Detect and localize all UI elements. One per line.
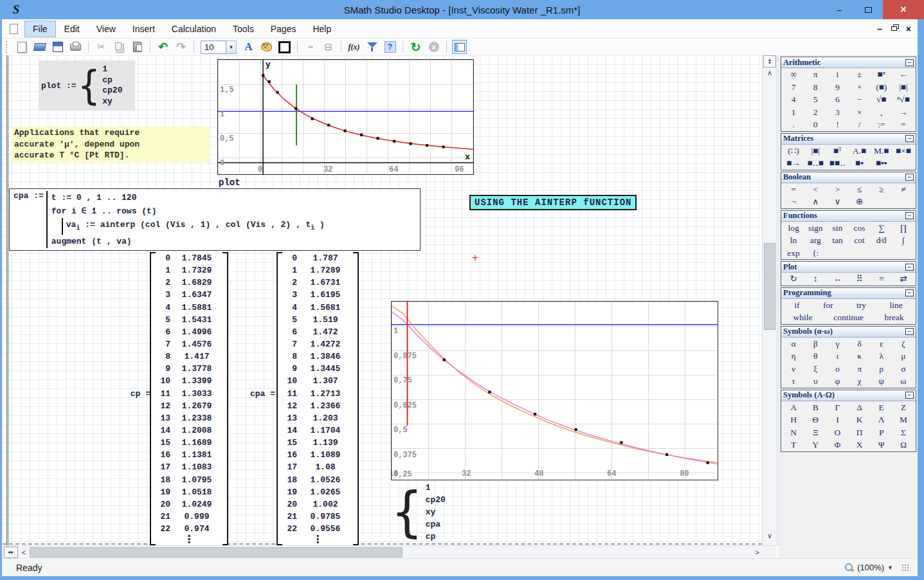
collapse-icon[interactable]: −: [905, 264, 914, 271]
palette-button[interactable]: ¬: [783, 195, 804, 208]
align-horizontal-icon[interactable]: [303, 40, 318, 54]
palette-button[interactable]: Π: [849, 426, 871, 439]
collapse-icon[interactable]: −: [905, 392, 914, 399]
palette-button[interactable]: line: [890, 299, 903, 312]
palette-button[interactable]: ⊕: [849, 195, 871, 208]
palette-button[interactable]: 6: [826, 93, 848, 106]
zoom-level[interactable]: (100%): [857, 563, 884, 572]
scroll-down-icon[interactable]: ∨: [763, 532, 777, 544]
abort-icon[interactable]: [426, 40, 441, 54]
zoom-dropdown-icon[interactable]: ▼: [887, 565, 893, 571]
palette-button[interactable]: Λ: [871, 413, 892, 426]
palette-button[interactable]: π: [804, 68, 826, 81]
menu-insert[interactable]: Insert: [124, 21, 163, 37]
palette-button[interactable]: tan: [826, 234, 848, 247]
font-color-icon[interactable]: [241, 40, 256, 54]
ainterp-banner[interactable]: USING THE AINTERP fUNCTION: [469, 195, 637, 210]
cpa-program-block[interactable]: cpa := t := 0 , 1 .. 120 for i ∈ 1 .. ro…: [9, 188, 421, 251]
palette-button[interactable]: |■|: [804, 145, 826, 158]
palette-button[interactable]: ln: [783, 234, 804, 247]
palette-button[interactable]: =: [783, 183, 804, 196]
palette-button[interactable]: for: [823, 299, 833, 312]
cpa-matrix[interactable]: 01.78711.728921.673131.619541.568151.519…: [276, 252, 359, 545]
palette-button[interactable]: 5: [804, 93, 826, 106]
help-icon[interactable]: [383, 40, 397, 54]
palette-button[interactable]: ρ: [871, 363, 892, 376]
palette-button[interactable]: Ω: [892, 439, 914, 451]
menu-pages[interactable]: Pages: [262, 21, 305, 37]
palette-button[interactable]: !: [826, 118, 848, 131]
palette-button[interactable]: ο: [826, 363, 848, 376]
palette-button[interactable]: δ: [849, 338, 871, 350]
palette-button[interactable]: Υ: [804, 439, 826, 451]
palette-button[interactable]: μ: [892, 350, 914, 363]
palette-button[interactable]: γ: [826, 338, 848, 350]
new-document-icon[interactable]: [14, 40, 29, 54]
worksheet-canvas[interactable]: plot := { 1 cp cp20 xy Applications that…: [3, 55, 762, 545]
palette-button[interactable]: 1: [783, 106, 804, 119]
menu-calculation[interactable]: Calculation: [163, 21, 224, 37]
resize-grip[interactable]: [901, 564, 909, 571]
palette-button[interactable]: exp: [783, 247, 804, 260]
palette-button[interactable]: ψ: [871, 375, 892, 388]
scroll-right-icon[interactable]: >: [756, 548, 759, 556]
palette-button[interactable]: χ: [849, 375, 871, 388]
palette-button[interactable]: ■▪: [849, 157, 871, 170]
palette-button[interactable]: υ: [804, 375, 826, 388]
palette-button[interactable]: cot: [849, 234, 871, 247]
palette-button[interactable]: if: [794, 299, 799, 312]
scroll-left-icon[interactable]: <: [18, 548, 30, 556]
palette-button[interactable]: {:: [804, 247, 826, 260]
palette-button[interactable]: ±: [849, 68, 871, 81]
document-icon[interactable]: [10, 24, 18, 34]
zoom-magnifier-icon[interactable]: [844, 563, 854, 572]
palette-button[interactable]: τ: [783, 375, 804, 388]
palette-button[interactable]: ι: [826, 350, 848, 363]
palette-button[interactable]: log: [783, 222, 804, 235]
palette-header-matrices[interactable]: Matrices−: [781, 134, 916, 145]
palette-button[interactable]: ∞: [783, 68, 804, 81]
palette-button[interactable]: Σ: [892, 426, 914, 439]
plot-definition[interactable]: plot := { 1 cp cp20 xy: [39, 60, 135, 111]
collapse-icon[interactable]: −: [905, 328, 914, 335]
palette-button[interactable]: i: [826, 68, 848, 81]
open-file-icon[interactable]: [32, 40, 47, 54]
collapse-icon[interactable]: −: [905, 135, 914, 142]
cp-matrix[interactable]: 01.784511.732921.682931.634741.588151.54…: [150, 252, 228, 545]
close-button[interactable]: ×: [883, 0, 924, 19]
palette-button[interactable]: φ: [826, 375, 848, 388]
minimize-button[interactable]: –: [825, 0, 854, 19]
palette-button[interactable]: ■■‥: [826, 157, 848, 170]
print-icon[interactable]: [68, 40, 83, 54]
palette-button[interactable]: Χ: [849, 439, 871, 451]
palette-button[interactable]: ×: [849, 106, 871, 119]
palette-button[interactable]: Ρ: [871, 426, 892, 439]
palette-button[interactable]: Μ: [892, 413, 914, 426]
palette-button[interactable]: ■→: [783, 157, 804, 170]
maximize-button[interactable]: [854, 0, 883, 19]
palette-button[interactable]: (∷): [783, 145, 804, 158]
cut-icon[interactable]: [94, 40, 109, 54]
palette-button[interactable]: η: [783, 350, 804, 363]
horizontal-scroll-thumb[interactable]: [30, 547, 403, 557]
palette-header-symbols-a[interactable]: Symbols (A-Ω)−: [781, 390, 916, 401]
palette-button[interactable]: ↻: [783, 273, 804, 285]
palette-button[interactable]: continue: [833, 311, 864, 324]
font-size-combo[interactable]: 10▾: [201, 41, 237, 54]
plot-series-list[interactable]: { 1 cp20 xy cpa cp: [391, 481, 446, 543]
palette-button[interactable]: 7: [783, 81, 804, 94]
palette-button[interactable]: 3: [826, 106, 848, 119]
palette-header-boolean[interactable]: Boolean−: [781, 172, 916, 183]
menu-help[interactable]: Help: [304, 21, 340, 37]
palette-header-arithmetic[interactable]: Arithmetic−: [781, 57, 916, 68]
palette-button[interactable]: 2: [804, 106, 826, 119]
palette-button[interactable]: M.■: [871, 145, 892, 158]
palette-button[interactable]: /: [849, 118, 871, 131]
sidebar-panels-icon[interactable]: [452, 40, 467, 54]
palette-button[interactable]: Ψ: [871, 439, 892, 451]
collapse-icon[interactable]: −: [905, 289, 914, 296]
palette-button[interactable]: <: [804, 183, 826, 196]
palette-button[interactable]: ∑: [871, 222, 892, 235]
scroll-up-icon[interactable]: ∧: [763, 69, 777, 81]
palette-button[interactable]: :=: [871, 118, 892, 131]
